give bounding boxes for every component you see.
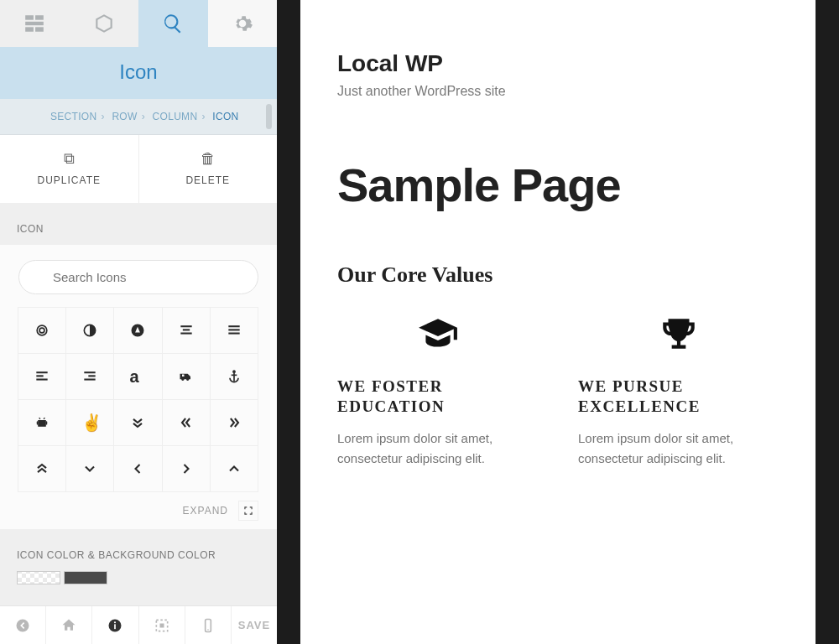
color-section-label: ICON COLOR & BACKGROUND COLOR (0, 529, 277, 571)
icon-option-angle-down[interactable] (65, 445, 114, 492)
icon-option-angle-right[interactable] (162, 445, 211, 492)
info-button[interactable] (92, 606, 138, 644)
icon-option-align-left[interactable] (18, 353, 66, 400)
chevron-left-circle-icon (14, 617, 31, 634)
svg-rect-1 (35, 15, 44, 19)
icon-option-angle-double-right[interactable] (210, 399, 258, 446)
svg-point-29 (114, 621, 116, 623)
angle-double-left-icon (178, 414, 195, 431)
svg-rect-15 (36, 371, 47, 373)
icon-search-input[interactable] (18, 260, 258, 294)
svg-rect-0 (25, 15, 34, 19)
ambulance-icon (178, 368, 195, 385)
svg-point-26 (17, 619, 29, 631)
element-tab[interactable] (70, 0, 139, 47)
bottom-bar: SAVE (0, 605, 277, 644)
icon-option-angle-double-down[interactable] (113, 399, 162, 446)
icon-option-angellist[interactable]: ✌ (65, 399, 114, 446)
layout-tab[interactable] (0, 0, 70, 47)
breadcrumb-item[interactable]: SECTION (50, 111, 96, 122)
top-tabs (0, 0, 277, 47)
svg-rect-4 (35, 27, 44, 31)
icon-option-align-center[interactable] (162, 307, 211, 354)
color-swatches (0, 571, 277, 584)
svg-rect-22 (233, 373, 235, 382)
breadcrumb-scrollbar[interactable] (266, 104, 272, 129)
icon-option-angle-double-left[interactable] (162, 399, 211, 446)
angle-left-icon (129, 460, 146, 477)
icon-grid: a ✌ (0, 308, 277, 496)
value-text: Lorem ipsum dolor sit amet, consectetur … (337, 428, 538, 469)
svg-rect-2 (25, 22, 44, 25)
icon-search-wrap (0, 245, 277, 308)
home-icon (60, 617, 77, 634)
value-title: WE PURSUE EXCELLENCE (578, 377, 779, 417)
page-title: Sample Page (300, 124, 816, 262)
site-header: Local WP Just another WordPress site (300, 0, 816, 124)
delete-button[interactable]: 🗑 DELETE (139, 135, 278, 203)
value-title: WE FOSTER EDUCATION (337, 377, 538, 417)
fullscreen-icon (242, 505, 254, 517)
icon-option-angle-left[interactable] (113, 445, 162, 492)
save-button[interactable]: SAVE (232, 606, 277, 644)
svg-rect-23 (232, 375, 237, 377)
icon-option-align-justify[interactable] (210, 307, 258, 354)
angellist-icon: ✌ (81, 414, 98, 431)
preview-canvas: Local WP Just another WordPress site Sam… (300, 0, 816, 644)
align-justify-icon (226, 322, 242, 339)
angle-double-down-icon (129, 414, 146, 431)
device-preview-button[interactable] (185, 606, 232, 644)
skeleton-button[interactable] (139, 606, 185, 644)
svg-point-6 (39, 328, 44, 333)
svg-rect-19 (89, 375, 96, 377)
icon-option-ambulance[interactable] (162, 353, 211, 400)
svg-point-5 (37, 325, 47, 335)
trophy-icon[interactable] (578, 309, 779, 360)
icon-option-angle-double-up[interactable] (18, 445, 66, 492)
icon-option-500px[interactable] (18, 307, 66, 354)
magnifier-icon (162, 13, 184, 34)
duplicate-button[interactable]: ⧉ DUPLICATE (0, 135, 139, 203)
angle-up-icon (226, 460, 242, 477)
inspect-tab[interactable] (138, 0, 208, 47)
align-center-icon (178, 322, 195, 339)
collapse-button[interactable] (0, 606, 46, 644)
site-tagline: Just another WordPress site (337, 84, 779, 99)
icon-option-anchor[interactable] (210, 353, 258, 400)
icon-option-angle-up[interactable] (210, 445, 258, 492)
android-icon (34, 414, 50, 431)
core-values-section: Our Core Values WE FOSTER EDUCATION Lore… (300, 262, 816, 469)
breadcrumb-item[interactable]: COLUMN (153, 111, 198, 122)
expand-button[interactable]: EXPAND (183, 505, 228, 517)
icon-option-amazon[interactable]: a (113, 353, 162, 400)
angle-double-right-icon (226, 414, 242, 431)
settings-tab[interactable] (208, 0, 278, 47)
icon-section-label: ICON (0, 203, 277, 245)
trash-icon: 🗑 (139, 150, 278, 168)
icon-color-swatch[interactable] (17, 571, 60, 584)
svg-rect-17 (36, 379, 47, 381)
five-hundred-px-icon (34, 322, 50, 339)
svg-rect-14 (228, 333, 239, 335)
breadcrumb-item[interactable]: ROW (112, 111, 137, 122)
icon-option-adjust[interactable] (65, 307, 114, 354)
svg-rect-10 (183, 329, 190, 330)
icon-option-android[interactable] (18, 399, 66, 446)
icon-option-adn[interactable] (113, 307, 162, 354)
svg-point-33 (207, 629, 209, 631)
angle-double-up-icon (34, 460, 50, 477)
home-button[interactable] (46, 606, 92, 644)
anchor-icon (226, 368, 242, 385)
breadcrumb-item[interactable]: ICON (212, 111, 238, 122)
icon-option-align-right[interactable] (65, 353, 114, 400)
svg-rect-12 (228, 325, 239, 327)
fullscreen-button[interactable] (238, 501, 258, 521)
bg-color-swatch[interactable] (64, 571, 107, 584)
svg-rect-24 (37, 421, 39, 424)
value-text: Lorem ipsum dolor sit amet, consectetur … (578, 428, 779, 469)
gear-icon (232, 13, 253, 34)
graduation-cap-icon[interactable] (337, 309, 538, 360)
inspector-panel: Icon SECTION› ROW› COLUMN› ICON ⧉ DUPLIC… (0, 0, 277, 644)
site-title[interactable]: Local WP (337, 50, 779, 77)
svg-rect-11 (180, 333, 191, 335)
